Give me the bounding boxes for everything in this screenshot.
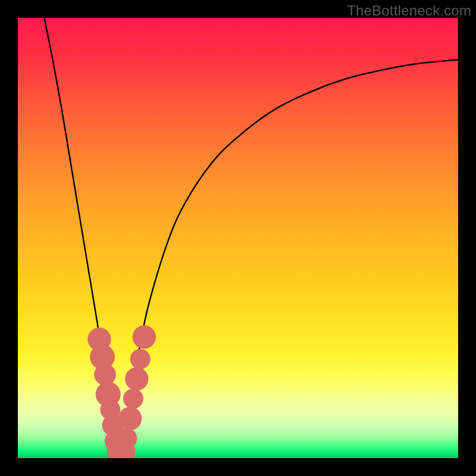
curve-marker <box>123 389 143 409</box>
watermark-text: TheBottleneck.com <box>347 2 471 19</box>
chart-frame: TheBottleneck.com <box>0 0 476 476</box>
curve-marker <box>118 407 142 430</box>
plot-area <box>18 18 458 458</box>
curve-marker <box>94 364 116 386</box>
curve-marker <box>117 428 137 449</box>
curve-marker <box>130 349 151 369</box>
curve-svg <box>18 18 458 458</box>
curve-marker <box>133 325 156 349</box>
curve-marker <box>125 367 148 390</box>
curve-markers <box>87 325 156 458</box>
